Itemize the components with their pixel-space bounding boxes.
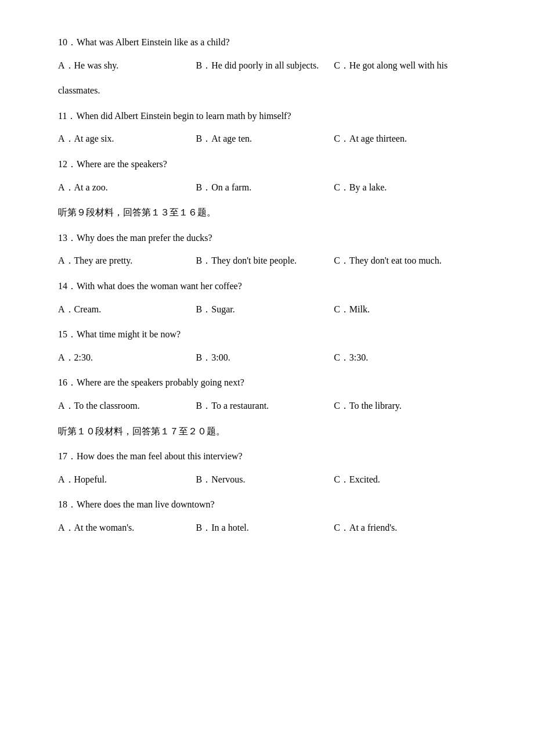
question-10: 10．What was Albert Einstein like as a ch… [58,35,476,98]
question-11: 11．When did Albert Einstein begin to lea… [58,109,476,146]
question-15-option-b: B．3:00. [196,350,334,365]
question-11-option-c: C．At age thirteen. [334,131,472,146]
question-11-option-b: B．At age ten. [196,131,334,146]
section2-header: 听第９段材料，回答第１３至１６题。 [58,205,476,220]
question-17: 17．How does the man feel about this inte… [58,449,476,487]
question-12: 12．Where are the speakers? A．At a zoo. B… [58,157,476,195]
question-12-option-b: B．On a farm. [196,180,334,195]
question-14-options: A．Cream. B．Sugar. C．Milk. [58,302,476,317]
question-17-option-c: C．Excited. [334,472,472,487]
question-18-options: A．At the woman's. B．In a hotel. C．At a f… [58,520,476,535]
question-15-option-c: C．3:30. [334,350,472,365]
question-10-option-c: C．He got along well with his [334,58,472,73]
question-16-text: 16．Where are the speakers probably going… [58,375,476,390]
question-15-options: A．2:30. B．3:00. C．3:30. [58,350,476,365]
question-11-text: 11．When did Albert Einstein begin to lea… [58,109,476,124]
question-15-option-a: A．2:30. [58,350,196,365]
question-18-text: 18．Where does the man live downtown? [58,497,476,512]
question-12-option-c: C．By a lake. [334,180,472,195]
question-12-text: 12．Where are the speakers? [58,157,476,172]
question-13: 13．Why does the man prefer the ducks? A．… [58,231,476,268]
question-11-option-a: A．At age six. [58,131,196,146]
question-16-option-c: C．To the library. [334,398,472,413]
question-17-options: A．Hopeful. B．Nervous. C．Excited. [58,472,476,487]
question-14-option-b: B．Sugar. [196,302,334,317]
question-14-text: 14．With what does the woman want her cof… [58,279,476,294]
question-17-option-b: B．Nervous. [196,472,334,487]
question-18-option-b: B．In a hotel. [196,520,334,535]
question-17-text: 17．How does the man feel about this inte… [58,449,476,464]
question-14: 14．With what does the woman want her cof… [58,279,476,316]
question-10-option-b: B．He did poorly in all subjects. [196,58,334,73]
question-10-text: 10．What was Albert Einstein like as a ch… [58,35,476,50]
question-16-option-b: B．To a restaurant. [196,398,334,413]
question-15: 15．What time might it be now? A．2:30. B．… [58,327,476,365]
question-18-option-c: C．At a friend's. [334,520,472,535]
question-13-options: A．They are pretty. B．They don't bite peo… [58,253,476,268]
question-18: 18．Where does the man live downtown? A．A… [58,497,476,535]
question-18-option-a: A．At the woman's. [58,520,196,535]
question-10-classmates: classmates. [58,83,476,98]
question-13-option-c: C．They don't eat too much. [334,253,472,268]
question-13-option-a: A．They are pretty. [58,253,196,268]
question-16-option-a: A．To the classroom. [58,398,196,413]
question-16-options: A．To the classroom. B．To a restaurant. C… [58,398,476,413]
question-17-option-a: A．Hopeful. [58,472,196,487]
question-15-text: 15．What time might it be now? [58,327,476,342]
question-14-option-a: A．Cream. [58,302,196,317]
question-12-options: A．At a zoo. B．On a farm. C．By a lake. [58,180,476,195]
question-13-option-b: B．They don't bite people. [196,253,334,268]
question-10-options: A．He was shy. B．He did poorly in all sub… [58,58,476,73]
question-11-options: A．At age six. B．At age ten. C．At age thi… [58,131,476,146]
question-16: 16．Where are the speakers probably going… [58,375,476,413]
question-14-option-c: C．Milk. [334,302,472,317]
question-12-option-a: A．At a zoo. [58,180,196,195]
section3-header: 听第１０段材料，回答第１７至２０题。 [58,424,476,439]
question-10-option-a: A．He was shy. [58,58,196,73]
question-13-text: 13．Why does the man prefer the ducks? [58,231,476,246]
